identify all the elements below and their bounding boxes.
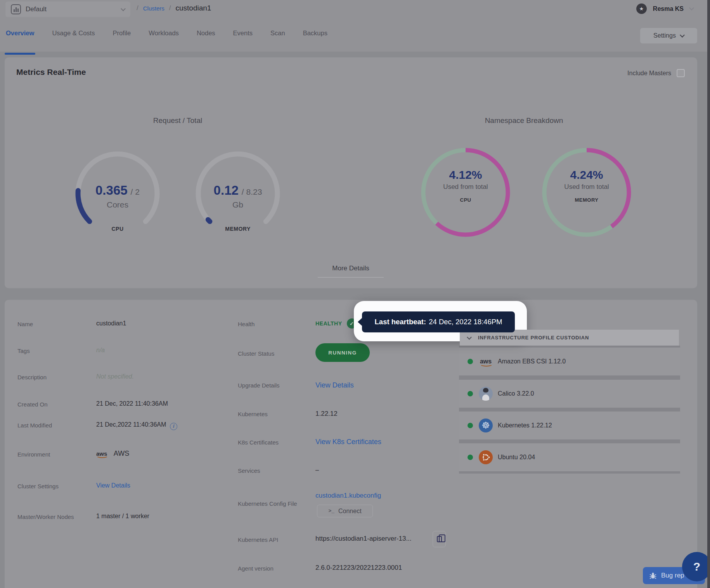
- metrics-panel-title: Metrics Real-Time: [16, 67, 86, 77]
- cpu-gauge-label: CPU: [73, 226, 162, 232]
- include-masters-label: Include Masters: [627, 70, 671, 77]
- kubernetes-version-value: 1.22.12: [315, 410, 338, 418]
- master-worker-nodes-value: 1 master / 1 worker: [96, 513, 149, 520]
- project-selector[interactable]: Default: [5, 2, 130, 17]
- more-details-link[interactable]: More Details: [318, 265, 384, 278]
- infra-item-ubuntu[interactable]: Ubuntu 20.04: [459, 443, 680, 471]
- cpu-donut-label: CPU: [460, 197, 471, 203]
- tab-usage-costs[interactable]: Usage & Costs: [52, 28, 95, 38]
- project-selector-value: Default: [26, 5, 47, 13]
- memory-used-percent: 4.24%: [570, 168, 603, 182]
- last-heartbeat-tooltip: Last heartbeat: 24 Dec, 2022 18:46PM: [362, 311, 515, 332]
- tab-profile[interactable]: Profile: [113, 28, 131, 38]
- cluster-settings-label: Cluster Settings: [17, 483, 59, 489]
- infra-item-name: Kubernetes 1.22.12: [498, 422, 552, 429]
- user-menu[interactable]: ★ Resma KS: [636, 3, 693, 14]
- name-value: custodian1: [96, 320, 126, 327]
- status-dot-icon: [468, 423, 473, 428]
- help-button[interactable]: ?: [682, 552, 710, 581]
- memory-used-caption: Used from total: [564, 183, 609, 191]
- view-k8s-certificates-link[interactable]: View K8s Certificates: [315, 438, 381, 446]
- tab-scan[interactable]: Scan: [270, 28, 285, 38]
- status-dot-icon: [468, 359, 473, 364]
- info-icon[interactable]: i: [170, 423, 177, 430]
- breadcrumb-separator: /: [137, 4, 139, 12]
- breadcrumb-separator: /: [169, 4, 171, 12]
- breadcrumb-clusters-link[interactable]: Clusters: [143, 5, 165, 12]
- services-label: Services: [238, 467, 260, 474]
- aws-logo: aws: [480, 358, 492, 365]
- environment-text: AWS: [114, 450, 129, 457]
- star-avatar-icon: ★: [636, 3, 647, 14]
- cluster-status-badge: RUNNING: [315, 343, 370, 362]
- tab-workloads[interactable]: Workloads: [149, 28, 179, 38]
- chevron-down-icon: [680, 33, 685, 38]
- infra-item-name: Ubuntu 20.04: [498, 454, 535, 461]
- settings-button[interactable]: Settings: [640, 28, 697, 43]
- last-modified-label: Last Modified: [17, 422, 52, 429]
- status-dot-icon: [468, 455, 473, 460]
- created-on-label: Created On: [17, 401, 48, 408]
- metrics-realtime-panel: Metrics Real-Time Include Masters Reques…: [5, 57, 697, 288]
- tab-overview[interactable]: Overview: [6, 28, 34, 38]
- master-worker-nodes-label: Master/Worker Nodes: [17, 514, 74, 520]
- health-label: Health: [238, 321, 255, 327]
- health-value: HEALTHY ✓: [315, 318, 357, 329]
- cluster-settings-view-details-link[interactable]: View Details: [96, 482, 130, 489]
- bug-report-label: Bug rep: [661, 572, 684, 579]
- scrollbar[interactable]: [707, 0, 710, 588]
- memory-gauge-label: MEMORY: [193, 226, 282, 232]
- upgrade-details-label: Upgrade Details: [238, 382, 280, 389]
- aws-logo: aws: [96, 450, 107, 457]
- copy-api-button[interactable]: [433, 531, 446, 547]
- upgrade-view-details-link[interactable]: View Details: [315, 381, 354, 389]
- memory-namespace-donut: 4.24% Used from total MEMORY: [540, 146, 633, 239]
- connect-label: Connect: [338, 508, 362, 515]
- kubernetes-version-label: Kubernetes: [238, 411, 268, 417]
- request-total-title: Request / Total: [5, 116, 351, 125]
- infra-item-calico[interactable]: Calico 3.22.0: [459, 380, 680, 408]
- services-value: –: [315, 467, 319, 474]
- cpu-request-gauge: 0.365 / 2 Cores: [73, 149, 162, 238]
- cluster-details-panel: Name custodian1 Tags n/a Description Not…: [5, 300, 697, 588]
- agent-version-label: Agent version: [238, 565, 274, 572]
- environment-label: Environment: [17, 451, 50, 458]
- ubuntu-logo: [479, 450, 493, 464]
- tooltip-value: 24 Dec, 2022 18:46PM: [429, 318, 502, 326]
- bar-chart-icon: [11, 4, 21, 14]
- user-name: Resma KS: [653, 5, 684, 12]
- infrastructure-profile-list: aws Amazon EBS CSI 1.12.0 Calico 3.22.0 …: [459, 346, 680, 474]
- infra-item-amazon-ebs-csi[interactable]: aws Amazon EBS CSI 1.12.0: [459, 348, 680, 375]
- tab-events[interactable]: Events: [233, 28, 253, 38]
- healthy-text: HEALTHY: [315, 320, 342, 327]
- cluster-dashboard: Default / Clusters / custodian1 ★ Resma …: [0, 0, 710, 588]
- connect-button[interactable]: >_ Connect: [317, 505, 373, 517]
- tab-backups[interactable]: Backups: [303, 28, 327, 38]
- tab-bar: Overview Usage & Costs Profile Workloads…: [6, 28, 327, 38]
- memory-request-unit: Gb: [232, 200, 243, 209]
- last-modified-value: 21 Dec,2022 11:40:36AMi: [96, 421, 177, 430]
- description-value: Not specified.: [96, 373, 134, 380]
- status-dot-icon: [468, 391, 473, 396]
- memory-donut-label: MEMORY: [575, 197, 598, 203]
- description-label: Description: [17, 374, 47, 380]
- tab-nodes[interactable]: Nodes: [197, 28, 215, 38]
- kubeconfig-file-link[interactable]: custodian1.kubeconfig: [315, 492, 381, 500]
- created-on-value: 21 Dec, 2022 11:40:36AM: [96, 400, 168, 407]
- app-header: Default / Clusters / custodian1 ★ Resma …: [0, 0, 710, 52]
- memory-request-total: / 8.23: [242, 187, 262, 197]
- tags-label: Tags: [17, 348, 30, 354]
- infrastructure-profile-title: INFRASTRUCTURE PROFILE CUSTODIAN: [478, 335, 589, 341]
- include-masters-checkbox[interactable]: [677, 69, 685, 77]
- chevron-down-icon: [467, 335, 472, 340]
- cpu-request-unit: Cores: [107, 200, 128, 209]
- cluster-status-label: Cluster Status: [238, 350, 274, 357]
- terminal-icon: >_: [328, 508, 334, 514]
- chevron-down-icon: [689, 5, 694, 10]
- memory-request-value: 0.12: [214, 183, 239, 198]
- kubeconfig-label: Kubernetes Config File: [238, 500, 297, 507]
- infra-item-kubernetes[interactable]: ☸ Kubernetes 1.22.12: [459, 412, 680, 439]
- agent-version-value: 2.6.0-221223/20221223.0001: [315, 564, 402, 572]
- bug-icon: [649, 572, 657, 579]
- include-masters-control: Include Masters: [627, 69, 685, 77]
